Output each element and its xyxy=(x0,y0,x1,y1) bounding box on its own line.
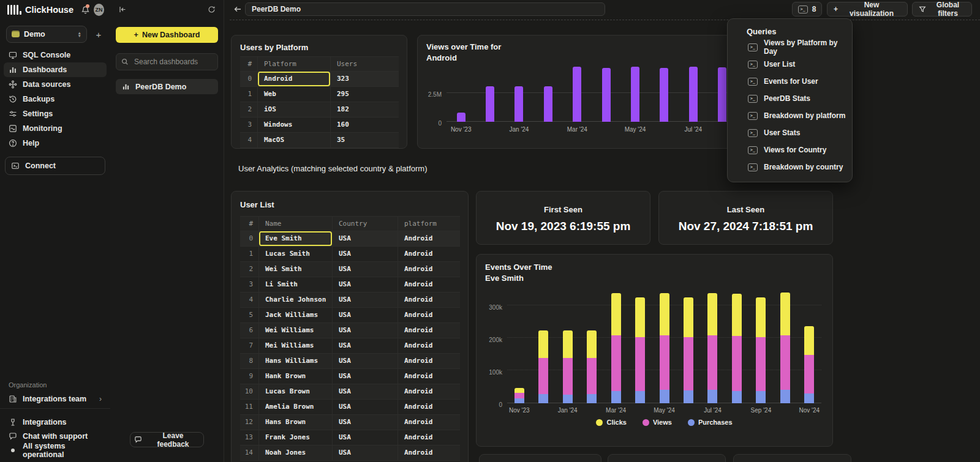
query-menu-item[interactable]: >_User Stats xyxy=(728,124,852,141)
table-cell[interactable]: Lucas Brown xyxy=(258,384,332,399)
table-cell[interactable]: Frank Jones xyxy=(258,430,332,445)
dashboard-list-item[interactable]: PeerDB Demo xyxy=(116,79,218,94)
table-cell[interactable]: iOS xyxy=(257,102,330,117)
events-over-time-chart: Events Over TimeEve Smith 0100k200k300kN… xyxy=(477,255,832,446)
table-cell[interactable]: MacOS xyxy=(257,133,330,147)
table-cell[interactable]: Android xyxy=(398,323,460,338)
table-cell[interactable]: Android xyxy=(398,354,460,368)
table-cell[interactable]: USA xyxy=(332,308,398,322)
global-filters-button[interactable]: Global filters xyxy=(912,2,972,17)
legend-item-purchases[interactable]: Purchases xyxy=(688,419,733,426)
users-by-platform-card: Users by Platform #PlatformUsers0Android… xyxy=(231,35,407,149)
table-cell[interactable]: Android xyxy=(398,277,460,292)
table-row: 6Wei WilliamsUSAAndroid xyxy=(240,323,460,338)
workspace-selector[interactable]: Demo ▲▼ xyxy=(6,26,87,43)
table-cell[interactable]: Android xyxy=(398,384,460,399)
table-cell[interactable]: USA xyxy=(332,277,398,292)
table-cell[interactable]: Mei Williams xyxy=(258,338,332,353)
table-cell[interactable]: USA xyxy=(332,338,398,353)
table-cell[interactable]: Charlie Johnson xyxy=(258,292,332,307)
dashboard-title-input[interactable] xyxy=(245,2,605,16)
table-cell[interactable]: USA xyxy=(332,369,398,384)
table-cell[interactable]: 182 xyxy=(330,102,399,117)
x-axis-tick-label: May '24 xyxy=(652,407,676,414)
query-menu-item[interactable]: >_Breakdown by platform xyxy=(728,107,852,124)
query-menu-item[interactable]: >_Breakdown by country xyxy=(728,158,852,176)
search-dashboards-input[interactable] xyxy=(133,57,230,67)
table-cell[interactable]: Eve Smith xyxy=(258,231,332,246)
table-cell[interactable]: Android xyxy=(398,445,460,460)
query-menu-item[interactable]: >_PeerDB Stats xyxy=(728,90,852,107)
connect-button[interactable]: Connect xyxy=(5,157,105,175)
table-cell[interactable]: Android xyxy=(398,400,460,414)
table-cell[interactable]: 295 xyxy=(330,87,399,102)
new-dashboard-button[interactable]: + New Dashboard xyxy=(116,27,218,43)
table-cell[interactable]: Wei Williams xyxy=(258,323,332,338)
sidebar-item-integrations[interactable]: Integrations xyxy=(9,415,102,429)
sidebar-item-help[interactable]: Help xyxy=(4,136,107,151)
table-cell[interactable]: Wei Smith xyxy=(258,262,332,277)
sidebar-item-settings[interactable]: Settings xyxy=(4,106,107,121)
query-menu-item[interactable]: >_Views for Country xyxy=(728,141,852,158)
table-cell[interactable]: Jack Williams xyxy=(258,308,332,322)
table-cell[interactable]: Android xyxy=(398,415,460,430)
table-cell[interactable]: 323 xyxy=(330,72,399,86)
leave-feedback-button[interactable]: Leave feedback xyxy=(130,432,204,447)
query-menu-item[interactable]: >_User List xyxy=(728,56,852,73)
feedback-bubble-icon xyxy=(134,436,142,444)
table-cell[interactable]: Android xyxy=(398,262,460,277)
table-cell[interactable]: Web xyxy=(257,87,330,102)
query-menu-item[interactable]: >_Events for User xyxy=(728,73,852,90)
table-cell[interactable]: USA xyxy=(332,400,398,414)
table-cell[interactable]: Windows xyxy=(257,117,330,132)
sidebar-item-backups[interactable]: Backups xyxy=(4,92,107,106)
back-arrow-icon[interactable] xyxy=(232,4,243,15)
table-cell[interactable]: USA xyxy=(332,384,398,399)
table-cell[interactable]: USA xyxy=(332,292,398,307)
table-cell[interactable]: Android xyxy=(398,338,460,353)
table-cell[interactable]: USA xyxy=(332,415,398,430)
sidebar-item-integrations-team[interactable]: Integrations team › xyxy=(9,395,102,403)
table-cell[interactable]: Hans Brown xyxy=(258,415,332,430)
table-cell[interactable]: Lucas Smith xyxy=(258,247,332,261)
sidebar-item-sql-console[interactable]: SQL Console xyxy=(4,48,107,62)
table-cell[interactable]: 35 xyxy=(330,133,399,147)
sidebar-item-monitoring[interactable]: Monitoring xyxy=(4,121,107,136)
table-cell[interactable]: Android xyxy=(398,369,460,384)
sidebar-item-dashboards[interactable]: Dashboards xyxy=(4,62,107,77)
table-cell[interactable]: USA xyxy=(332,231,398,246)
table-cell[interactable]: USA xyxy=(332,354,398,368)
table-cell[interactable]: USA xyxy=(332,262,398,277)
table-cell[interactable]: USA xyxy=(332,247,398,261)
notifications-bell-icon[interactable] xyxy=(81,4,90,15)
table-cell[interactable]: Noah Jones xyxy=(258,445,332,460)
sidebar-item-system-status[interactable]: All systems operational xyxy=(9,443,102,457)
collapse-panel-icon[interactable] xyxy=(118,4,127,14)
legend-dot xyxy=(643,419,649,426)
sidebar-item-data-sources[interactable]: Data sources xyxy=(4,77,107,92)
avatar[interactable]: ZN xyxy=(94,4,104,16)
row-number: 12 xyxy=(240,415,258,430)
add-service-button[interactable]: + xyxy=(93,29,104,40)
table-cell[interactable]: USA xyxy=(332,430,398,445)
table-cell[interactable]: Android xyxy=(257,72,330,86)
y-axis-tick-label: 0 xyxy=(477,401,502,408)
table-cell[interactable]: Android xyxy=(398,308,460,322)
legend-item-clicks[interactable]: Clicks xyxy=(596,419,626,426)
table-cell[interactable]: Hans Williams xyxy=(258,354,332,368)
table-cell[interactable]: USA xyxy=(332,323,398,338)
table-cell[interactable]: Android xyxy=(398,430,460,445)
queries-count-button[interactable]: >_ 8 xyxy=(792,2,822,17)
table-cell[interactable]: Li Smith xyxy=(258,277,332,292)
table-cell[interactable]: Amelia Brown xyxy=(258,400,332,414)
refresh-icon[interactable] xyxy=(206,4,216,14)
query-menu-item[interactable]: >_Views by Platform by Day xyxy=(728,39,852,56)
new-visualization-button[interactable]: + New visualization xyxy=(827,2,908,17)
table-cell[interactable]: USA xyxy=(332,445,398,460)
table-cell[interactable]: 160 xyxy=(330,117,399,132)
table-cell[interactable]: Android xyxy=(398,247,460,261)
table-cell[interactable]: Android xyxy=(398,231,460,246)
table-cell[interactable]: Android xyxy=(398,292,460,307)
table-cell[interactable]: Hank Brown xyxy=(258,369,332,384)
legend-item-views[interactable]: Views xyxy=(643,419,672,426)
